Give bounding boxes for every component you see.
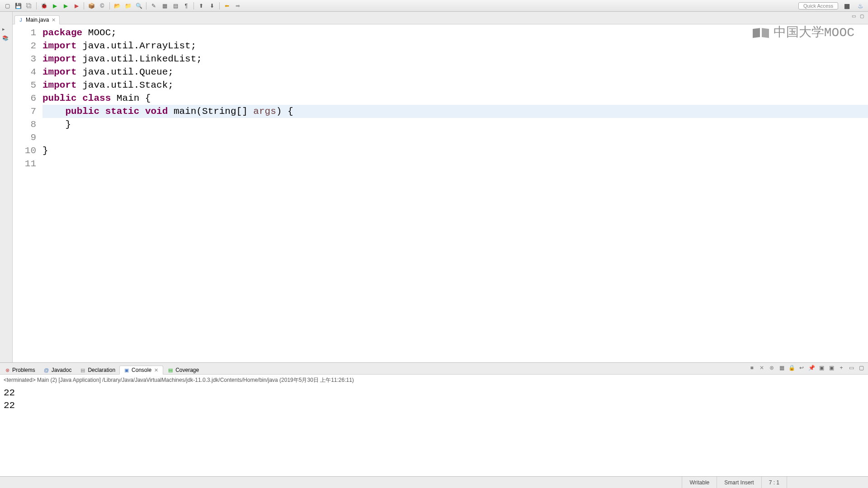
new-class-icon[interactable]: © bbox=[98, 1, 107, 10]
open-task-icon[interactable]: 📁 bbox=[123, 1, 132, 10]
package-explorer-icon[interactable]: 📚 bbox=[2, 35, 10, 43]
open-perspective-icon[interactable]: ▦ bbox=[842, 1, 852, 10]
separator bbox=[84, 2, 84, 9]
remove-launch-icon[interactable]: ✕ bbox=[758, 364, 766, 372]
paragraph-icon[interactable]: ¶ bbox=[182, 1, 191, 10]
console-line: 22 bbox=[4, 399, 864, 412]
code-content[interactable]: package MOOC; import java.util.ArrayList… bbox=[40, 24, 868, 362]
toggle-mark-icon[interactable]: ✎ bbox=[149, 1, 158, 10]
terminate-icon[interactable]: ■ bbox=[748, 364, 756, 372]
declaration-icon: ▤ bbox=[80, 367, 86, 373]
terminated-label: <terminated> Main (2) [Java Application]… bbox=[4, 375, 864, 387]
run-last-icon[interactable]: ▶ bbox=[72, 1, 81, 10]
forward-icon[interactable]: ➡ bbox=[233, 1, 242, 10]
tab-label: Main.java bbox=[26, 17, 49, 23]
toggle-block-icon[interactable]: ▦ bbox=[160, 1, 169, 10]
open-type-icon[interactable]: 📂 bbox=[113, 1, 122, 10]
workbench: ▸ 📚 J Main.java ✕ ▭ ▢ ⚠1 ⚠2 ⚠3 ⚠4 ⚠5 6 7 bbox=[0, 12, 868, 362]
coverage-icon: ▤ bbox=[167, 367, 174, 373]
close-icon[interactable]: ✕ bbox=[51, 17, 57, 23]
status-bar: Writable Smart Insert 7 : 1 bbox=[0, 476, 868, 488]
separator bbox=[36, 2, 37, 9]
scroll-lock-icon[interactable]: 🔒 bbox=[788, 364, 796, 372]
status-insert-mode: Smart Insert bbox=[717, 477, 761, 488]
editor-tab-bar: J Main.java ✕ ▭ ▢ bbox=[13, 12, 868, 24]
clear-console-icon[interactable]: ▦ bbox=[778, 364, 786, 372]
back-icon[interactable]: ⬅ bbox=[222, 1, 231, 10]
run-icon[interactable]: ▶ bbox=[50, 1, 59, 10]
status-cursor-position: 7 : 1 bbox=[761, 477, 787, 488]
search-icon[interactable]: 🔍 bbox=[134, 1, 143, 10]
console-line: 22 bbox=[4, 387, 864, 399]
next-annotation-icon[interactable]: ⬇ bbox=[208, 1, 217, 10]
view-tab-bar: ⊗ Problems @ Javadoc ▤ Declaration ▣ Con… bbox=[0, 363, 868, 375]
separator bbox=[109, 2, 110, 9]
editor-panel: J Main.java ✕ ▭ ▢ ⚠1 ⚠2 ⚠3 ⚠4 ⚠5 6 7 8 9… bbox=[13, 12, 868, 362]
console-toolbar: ■ ✕ ⊗ ▦ 🔒 ↩ 📌 ▣ ▣ + ▭ ▢ bbox=[748, 364, 865, 372]
display-console-icon[interactable]: ▣ bbox=[817, 364, 826, 372]
minimize-icon[interactable]: ▭ bbox=[852, 14, 858, 20]
tab-coverage[interactable]: ▤ Coverage bbox=[163, 366, 203, 375]
pin-console-icon[interactable]: 📌 bbox=[807, 364, 816, 372]
tab-declaration[interactable]: ▤ Declaration bbox=[75, 366, 119, 375]
debug-icon[interactable]: 🐞 bbox=[39, 1, 48, 10]
console-icon: ▣ bbox=[123, 367, 130, 373]
main-toolbar: ▢ 💾 ⿻ 🐞 ▶ ▶ ▶ 📦 © 📂 📁 🔍 ✎ ▦ ▤ ¶ ⬆ ⬇ ⬅ ➡ … bbox=[0, 0, 868, 12]
new-package-icon[interactable]: 📦 bbox=[87, 1, 96, 10]
restore-view-icon[interactable]: ▸ bbox=[2, 26, 10, 34]
save-icon[interactable]: 💾 bbox=[14, 1, 23, 10]
javadoc-icon: @ bbox=[43, 367, 50, 373]
maximize-icon[interactable]: ▢ bbox=[860, 14, 866, 20]
java-perspective-icon[interactable]: ♨ bbox=[855, 1, 865, 10]
separator bbox=[146, 2, 146, 9]
tab-javadoc[interactable]: @ Javadoc bbox=[39, 366, 76, 375]
watermark-logo: 中国大学MOOC bbox=[752, 26, 854, 39]
tab-problems[interactable]: ⊗ Problems bbox=[0, 366, 39, 375]
book-icon bbox=[752, 27, 770, 39]
remove-all-icon[interactable]: ⊗ bbox=[768, 364, 776, 372]
left-trim: ▸ 📚 bbox=[0, 12, 13, 362]
word-wrap-icon[interactable]: ↩ bbox=[797, 364, 806, 372]
line-number-ruler: ⚠1 ⚠2 ⚠3 ⚠4 ⚠5 6 7 8 9 10 11 bbox=[13, 24, 40, 362]
close-icon[interactable]: ✕ bbox=[153, 367, 159, 373]
new-console-icon[interactable]: + bbox=[837, 364, 845, 372]
code-editor[interactable]: ⚠1 ⚠2 ⚠3 ⚠4 ⚠5 6 7 8 9 10 11 package MOO… bbox=[13, 24, 868, 362]
editor-tab-main[interactable]: J Main.java ✕ bbox=[14, 15, 60, 24]
minimize-view-icon[interactable]: ▭ bbox=[847, 364, 855, 372]
status-writable: Writable bbox=[682, 477, 717, 488]
console-output[interactable]: <terminated> Main (2) [Java Application]… bbox=[0, 375, 868, 476]
bottom-panel: ⊗ Problems @ Javadoc ▤ Declaration ▣ Con… bbox=[0, 362, 868, 476]
problems-icon: ⊗ bbox=[4, 367, 10, 373]
separator bbox=[193, 2, 194, 9]
prev-annotation-icon[interactable]: ⬆ bbox=[197, 1, 206, 10]
maximize-view-icon[interactable]: ▢ bbox=[857, 364, 865, 372]
java-file-icon: J bbox=[18, 17, 24, 23]
show-whitespace-icon[interactable]: ▤ bbox=[171, 1, 180, 10]
quick-access-input[interactable]: Quick Access bbox=[798, 2, 838, 9]
open-console-icon[interactable]: ▣ bbox=[827, 364, 835, 372]
tab-console[interactable]: ▣ Console ✕ bbox=[119, 366, 163, 375]
coverage-icon[interactable]: ▶ bbox=[61, 1, 70, 10]
separator bbox=[219, 2, 220, 9]
new-icon[interactable]: ▢ bbox=[3, 1, 12, 10]
save-all-icon[interactable]: ⿻ bbox=[24, 1, 33, 10]
